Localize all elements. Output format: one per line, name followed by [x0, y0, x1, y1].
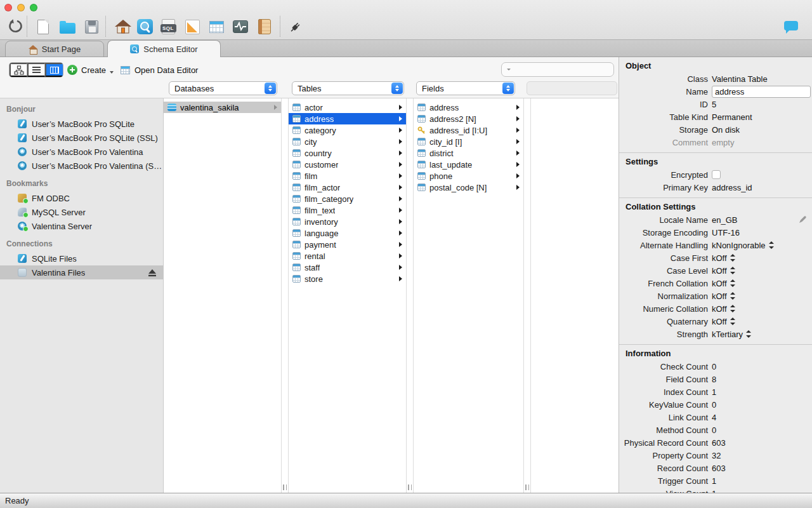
table-row[interactable]: film	[289, 170, 406, 182]
field-row[interactable]: last_update	[414, 159, 523, 170]
minimize-window-button[interactable]	[17, 4, 25, 11]
eject-icon[interactable]	[148, 269, 157, 277]
tables-popup[interactable]: Tables	[292, 81, 404, 95]
table-kind-row: Table Kind Permanent	[619, 110, 812, 123]
list-view-icon	[32, 67, 41, 73]
sidebar-item[interactable]: User’s MacBook Pro SQLite (SSL)	[0, 131, 163, 145]
comment-row: Comment empty	[619, 136, 812, 149]
table-row[interactable]: store	[289, 273, 406, 284]
sidebar-item[interactable]: MySQL Server	[0, 205, 163, 219]
connect-button[interactable]	[285, 17, 306, 37]
popup-stepper-icon[interactable]	[769, 241, 774, 249]
tab-start-page[interactable]: Start Page	[5, 41, 104, 57]
expand-arrow-icon	[399, 196, 402, 201]
table-row[interactable]: address	[289, 113, 406, 124]
collation-row: Case First kOff	[619, 251, 812, 264]
search-scope-caret-icon[interactable]	[507, 69, 511, 70]
undo-button[interactable]	[5, 17, 25, 37]
data-editor-button[interactable]	[206, 17, 226, 37]
information-row: Physical Record Count 603	[619, 436, 812, 449]
sidebar-item[interactable]: SQLite Files	[0, 251, 163, 265]
table-row[interactable]: rental	[289, 250, 406, 262]
column-resize-grip[interactable]	[283, 485, 287, 490]
field-row[interactable]: district	[414, 147, 523, 159]
report-editor-button[interactable]	[254, 17, 275, 37]
encrypted-checkbox[interactable]	[712, 170, 721, 179]
information-row: Property Count 32	[619, 449, 812, 462]
close-window-button[interactable]	[4, 4, 12, 11]
start-page-button[interactable]	[113, 17, 133, 37]
database-row[interactable]: valentina_sakila	[164, 102, 281, 113]
save-button[interactable]	[81, 17, 102, 37]
collation-row: French Collation kOff	[619, 277, 812, 290]
open-button[interactable]	[57, 17, 77, 37]
field-row[interactable]: address_id [I:U]	[414, 124, 523, 136]
expand-arrow-icon	[399, 150, 402, 156]
popup-stepper-icon[interactable]	[730, 279, 735, 287]
table-row[interactable]: actor	[289, 102, 406, 113]
search-field[interactable]	[501, 62, 614, 77]
diagram-editor-button[interactable]	[182, 17, 202, 37]
schema-editor-button[interactable]	[134, 17, 155, 37]
create-button[interactable]: Create	[67, 62, 114, 77]
table-row[interactable]: language	[289, 227, 406, 239]
popup-stepper-icon[interactable]	[730, 267, 735, 274]
sidebar-item[interactable]: User’s MacBook Pro SQLite	[0, 117, 163, 131]
sql-badge: SQL	[160, 24, 176, 32]
information-row: Check Count 0	[619, 360, 812, 373]
popup-stepper-icon[interactable]	[730, 305, 735, 312]
table-row[interactable]: category	[289, 124, 406, 136]
edit-pencil-icon[interactable]	[799, 215, 807, 224]
tab-schema-editor[interactable]: Schema Editor	[107, 40, 221, 57]
name-field[interactable]	[712, 86, 811, 98]
column-resize-grip[interactable]	[408, 485, 412, 490]
sql-editor-button[interactable]: SQL	[158, 17, 178, 37]
diagram-ruler-icon	[185, 20, 200, 34]
table-icon	[292, 275, 301, 283]
server-admin-button[interactable]	[230, 17, 251, 37]
table-row[interactable]: country	[289, 147, 406, 159]
field-row[interactable]: phone	[414, 170, 523, 182]
table-row[interactable]: payment	[289, 239, 406, 250]
table-row[interactable]: customer	[289, 159, 406, 170]
table-row[interactable]: city	[289, 136, 406, 147]
sidebar-item[interactable]: User’s MacBook Pro Valentina (S…	[0, 159, 163, 173]
toolbar-separator	[27, 16, 27, 37]
field-row[interactable]: postal_code [N]	[414, 182, 523, 193]
tree-view-button[interactable]	[10, 63, 27, 77]
fields-popup[interactable]: Fields	[416, 81, 515, 95]
column-view-icon	[50, 67, 59, 74]
connection-icon	[18, 268, 27, 277]
new-document-button[interactable]	[33, 17, 53, 37]
new-document-icon	[37, 20, 49, 34]
database-icon	[167, 104, 176, 111]
databases-popup[interactable]: Databases	[169, 81, 277, 95]
zoom-window-button[interactable]	[30, 4, 37, 11]
popup-stepper-icon[interactable]	[730, 254, 735, 262]
popup-stepper-icon[interactable]	[746, 330, 751, 338]
table-row[interactable]: film_text	[289, 204, 406, 216]
sidebar-item[interactable]: Valentina Files	[0, 265, 163, 279]
popup-stepper-icon[interactable]	[730, 292, 735, 300]
table-row[interactable]: staff	[289, 262, 406, 273]
sidebar-item[interactable]: Valentina Server	[0, 219, 163, 233]
column-resize-grip[interactable]	[525, 485, 529, 490]
table-row[interactable]: inventory	[289, 216, 406, 227]
open-data-editor-button[interactable]: Open Data Editor	[121, 62, 198, 77]
field-row[interactable]: city_id [I]	[414, 136, 523, 147]
feedback-chat-icon[interactable]	[784, 21, 798, 30]
field-row[interactable]: address	[414, 102, 523, 113]
table-row[interactable]: film_category	[289, 193, 406, 204]
table-icon	[121, 66, 130, 74]
column-view-button[interactable]	[45, 63, 63, 77]
sidebar-item[interactable]: User’s MacBook Pro Valentina	[0, 145, 163, 159]
bookmarks-list: FM ODBC MySQL Server Valentina Server	[0, 191, 163, 233]
field-row[interactable]: address2 [N]	[414, 113, 523, 124]
sidebar-item[interactable]: FM ODBC	[0, 191, 163, 205]
popup-stepper-icon[interactable]	[730, 318, 735, 325]
table-icon	[292, 115, 301, 123]
section-title: Collation Settings	[619, 201, 812, 212]
list-view-button[interactable]	[27, 63, 45, 77]
table-row[interactable]: film_actor	[289, 182, 406, 193]
search-input[interactable]	[512, 65, 624, 74]
